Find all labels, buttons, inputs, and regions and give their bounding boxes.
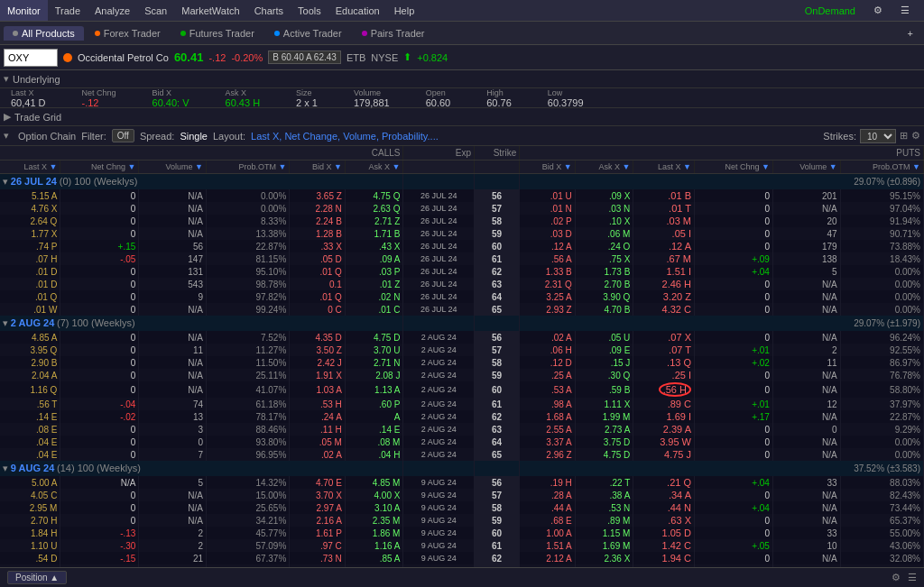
settings-icon[interactable]: ⚙ xyxy=(866,5,890,16)
und-last-x: 60,41 D xyxy=(11,97,46,108)
col-call-vol[interactable]: Volume ▼ xyxy=(139,161,207,174)
underlying-label: Underlying xyxy=(13,74,60,85)
section-header-2AUG24[interactable]: ▾ 2 AUG 24 (7) 100 (Weeklys) 29.07% (±1.… xyxy=(0,316,924,331)
table-row[interactable]: .56 T -.04 74 61.18% .53 H .60 P 2 AUG 2… xyxy=(0,398,924,410)
exchange-label: NYSE xyxy=(371,52,398,63)
table-row[interactable]: 2.64 Q 0 N/A 8.33% 2.24 B 2.71 Z 26 JUL … xyxy=(0,215,924,227)
col-put-bid[interactable]: Bid X ▼ xyxy=(520,161,576,174)
col-put-ask[interactable]: Ask X ▼ xyxy=(575,161,633,174)
nav-charts[interactable]: Charts xyxy=(247,0,291,21)
nav-scan[interactable]: Scan xyxy=(137,0,174,21)
nav-trade[interactable]: Trade xyxy=(48,0,88,21)
nav-tools[interactable]: Tools xyxy=(291,0,328,21)
tab-active-trader[interactable]: Active Trader xyxy=(265,26,351,41)
col-call-chng[interactable]: Net Chng ▼ xyxy=(60,161,139,174)
underlying-bar[interactable]: ▾ Underlying xyxy=(0,70,924,88)
table-row[interactable]: 2.70 H 0 N/A 34.21% 2.16 A 2.35 M 9 AUG … xyxy=(0,514,924,527)
filter-icon[interactable]: ⊞ xyxy=(900,130,908,142)
table-row[interactable]: .01 D 0 543 98.78% 0.1 .01 Z 26 JUL 24 6… xyxy=(0,278,924,290)
tab-forex-trader[interactable]: Forex Trader xyxy=(86,26,170,41)
add-tab-button[interactable]: + xyxy=(901,22,920,44)
table-row[interactable]: 1.10 U -.30 2 57.09% .97 C 1.16 A 9 AUG … xyxy=(0,539,924,552)
table-row[interactable]: .54 D -.15 21 67.37% .73 N .85 A 9 AUG 2… xyxy=(0,552,924,564)
und-high: 60.76 xyxy=(486,97,512,108)
table-row[interactable]: .04 E 0 0 93.80% .05 M .08 M 2 AUG 24 64… xyxy=(0,436,924,448)
col-put-prob[interactable]: Prob.OTM ▼ xyxy=(840,161,923,174)
table-row[interactable]: .04 E 0 7 96.95% .02 A .04 H 2 AUG 24 65… xyxy=(0,448,924,461)
current-price: 60.41 xyxy=(174,50,204,64)
table-row[interactable]: 1.84 H -.13 2 45.77% 1.61 P 1.86 M 9 AUG… xyxy=(0,527,924,539)
net-change-value: +0.824 xyxy=(417,52,448,63)
etb-label: ETB xyxy=(346,52,365,63)
table-row[interactable]: .08 E 0 3 88.46% .11 H .14 E 2 AUG 24 63… xyxy=(0,423,924,436)
bottom-menu[interactable]: ☰ xyxy=(908,572,917,583)
tab-dot xyxy=(95,31,100,36)
trade-grid-bar[interactable]: ▶ Trade Grid xyxy=(0,108,924,126)
bottom-settings[interactable]: ⚙ xyxy=(892,572,901,583)
ondemand-button[interactable]: OnDemand xyxy=(798,5,863,16)
spread-value: Single xyxy=(180,131,208,142)
table-row[interactable]: .01 W 0 N/A 99.24% 0 C .01 C 26 JUL 24 6… xyxy=(0,303,924,316)
table-row[interactable]: .74 P +.15 56 22.87% .33 X .43 X 26 JUL … xyxy=(0,240,924,252)
table-row[interactable]: 4.05 C 0 N/A 15.00% 3.70 X 4.00 X 9 AUG … xyxy=(0,489,924,501)
table-row[interactable]: 4.76 X 0 N/A 0.00% 2.28 N 2.63 Q 26 JUL … xyxy=(0,202,924,215)
col-strike xyxy=(475,161,520,174)
col-put-vol[interactable]: Volume ▼ xyxy=(772,161,840,174)
table-row[interactable]: 5.15 A 0 N/A 0.00% 3.65 Z 4.75 Q 26 JUL … xyxy=(0,189,924,202)
col-call-ask[interactable]: Ask X ▼ xyxy=(345,161,403,174)
und-low: 60.3799 xyxy=(548,97,584,108)
table-row[interactable]: .01 D 0 131 95.10% .01 Q .03 P 26 JUL 24… xyxy=(0,265,924,278)
table-row[interactable]: 3.95 Q 0 11 11.27% 3.50 Z 3.70 U 2 AUG 2… xyxy=(0,344,924,356)
table-row[interactable]: .01 Q 0 9 97.82% .01 Q .02 N 26 JUL 24 6… xyxy=(0,290,924,303)
col-call-last[interactable]: Last X ▼ xyxy=(0,161,60,174)
table-row[interactable]: 2.04 A 0 N/A 25.11% 1.91 X 2.08 J 2 AUG … xyxy=(0,369,924,381)
options-table: CALLS Exp Strike PUTS Last X ▼ Net Chng … xyxy=(0,146,924,580)
col-call-bid[interactable]: Bid X ▼ xyxy=(290,161,346,174)
settings-chain-icon[interactable]: ⚙ xyxy=(911,130,920,142)
symbol-input[interactable] xyxy=(4,49,58,67)
und-net-chng: -.12 xyxy=(82,97,116,108)
symbol-bar: Occidental Petrol Co 60.41 -.12 -0.20% B… xyxy=(0,45,924,70)
calls-header: CALLS xyxy=(0,146,403,161)
tab-pairs-trader[interactable]: Pairs Trader xyxy=(353,26,434,41)
col-call-prob[interactable]: Prob.OTM ▼ xyxy=(207,161,290,174)
trade-grid-label: Trade Grid xyxy=(14,112,61,123)
nav-help[interactable]: Help xyxy=(387,0,422,21)
col-put-chng[interactable]: Net Chng ▼ xyxy=(694,161,772,174)
spread-label: Spread: xyxy=(140,131,175,142)
section-header-26JUL24[interactable]: ▾ 26 JUL 24 (0) 100 (Weeklys) 29.07% (±0… xyxy=(0,174,924,190)
nav-monitor[interactable]: Monitor xyxy=(0,0,48,21)
filter-button[interactable]: Off xyxy=(112,129,134,142)
tab-futures-trader[interactable]: Futures Trader xyxy=(171,26,263,41)
col-put-last[interactable]: Last X ▼ xyxy=(633,161,695,174)
price-change-pct: -0.20% xyxy=(231,52,263,63)
symbol-icon xyxy=(63,53,72,62)
layout-label: Layout: xyxy=(213,131,245,142)
top-nav: Monitor Trade Analyze Scan MarketWatch C… xyxy=(0,0,924,22)
trade-grid-arrow: ▶ xyxy=(4,111,11,123)
table-row[interactable]: 2.95 M 0 N/A 25.65% 2.97 A 3.10 A 9 AUG … xyxy=(0,501,924,514)
menu-icon[interactable]: ☰ xyxy=(893,5,917,16)
section-header-9AUG24[interactable]: ▾ 9 AUG 24 (14) 100 (Weeklys) 37.52% (±3… xyxy=(0,461,924,476)
table-row[interactable]: 1.16 Q 0 N/A 41.07% 1.03 A 1.13 A 2 AUG … xyxy=(0,381,924,398)
options-table-container[interactable]: CALLS Exp Strike PUTS Last X ▼ Net Chng … xyxy=(0,146,924,580)
nav-marketwatch[interactable]: MarketWatch xyxy=(174,0,246,21)
und-volume: 179,881 xyxy=(354,97,390,108)
layout-value[interactable]: Last X, Net Change, Volume, Probability.… xyxy=(251,131,439,142)
position-tab[interactable]: Position ▲ xyxy=(7,571,67,584)
strikes-select[interactable]: 101520 xyxy=(860,129,896,143)
table-row[interactable]: .14 E -.02 13 78.17% .24 A A 2 AUG 24 62… xyxy=(0,410,924,423)
table-row[interactable]: 4.85 A 0 N/A 7.52% 4.35 D 4.75 D 2 AUG 2… xyxy=(0,331,924,344)
table-row[interactable]: .07 H -.05 147 81.15% .05 D .09 A 26 JUL… xyxy=(0,252,924,265)
table-row[interactable]: 2.90 B 0 N/A 11.50% 2.42 J 2.71 N 2 AUG … xyxy=(0,356,924,369)
und-size: 2 x 1 xyxy=(296,97,318,108)
filter-label: Filter: xyxy=(81,131,106,142)
tab-all-products[interactable]: All Products xyxy=(4,26,84,41)
nav-analyze[interactable]: Analyze xyxy=(88,0,137,21)
nav-education[interactable]: Education xyxy=(328,0,387,21)
table-row[interactable]: 5.00 A N/A 5 14.32% 4.70 E 4.85 M 9 AUG … xyxy=(0,476,924,489)
und-open: 60.60 xyxy=(426,97,451,108)
bottom-bar: Position ▲ ⚙ ☰ xyxy=(0,567,924,587)
table-row[interactable]: 1.77 X 0 N/A 13.38% 1.28 B 1.71 B 26 JUL… xyxy=(0,227,924,240)
net-change-pos: ⬆ xyxy=(403,51,411,63)
